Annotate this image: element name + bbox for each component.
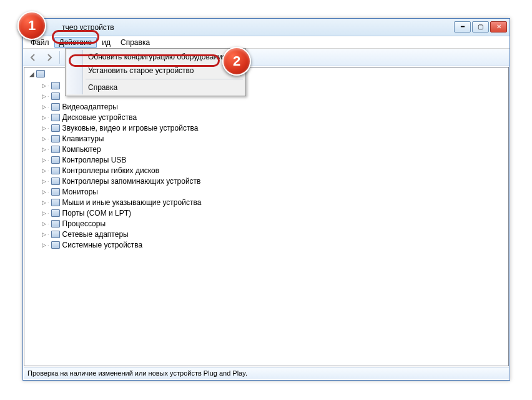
tree-node[interactable]: ▷·Процессоры bbox=[41, 218, 508, 229]
tree-children: ▷· ▷· ▷·Видеоадаптеры ▷·Дисковые устройс… bbox=[28, 80, 508, 250]
minimize-button[interactable]: ━ bbox=[454, 21, 471, 32]
tree-node[interactable]: ▷·Клавиатуры bbox=[41, 133, 508, 144]
titlebar[interactable]: тчер устройств ━ ▢ ✕ bbox=[23, 19, 510, 36]
menubar: Файл Действие ид Справка bbox=[23, 36, 510, 49]
collapse-icon[interactable]: ◢ bbox=[28, 71, 36, 78]
maximize-button[interactable]: ▢ bbox=[472, 21, 489, 32]
step-badge-2: 2 bbox=[222, 47, 251, 76]
window-title: тчер устройств bbox=[62, 23, 114, 32]
action-dropdown: Обновить конфигурацию оборудования Устан… bbox=[65, 48, 246, 96]
tree-panel: ◢ ▷· ▷· ▷·Видеоадаптеры ▷·Дисковые устро… bbox=[24, 67, 509, 366]
menu-help[interactable]: Справка bbox=[116, 37, 155, 48]
dropdown-item-scan[interactable]: Обновить конфигурацию оборудования bbox=[67, 50, 244, 64]
status-text: Проверка на наличие изменений или новых … bbox=[27, 369, 247, 377]
tree-node[interactable]: ▷·Мыши и иные указывающие устройства bbox=[41, 197, 508, 208]
step-badge-1: 1 bbox=[17, 11, 46, 40]
tree-node[interactable]: ▷·Видеоадаптеры bbox=[41, 101, 508, 112]
dropdown-item-help[interactable]: Справка bbox=[67, 81, 244, 94]
dropdown-separator bbox=[86, 79, 243, 79]
tree-node[interactable]: ▷·Контроллеры запоминающих устройств bbox=[41, 176, 508, 186]
forward-button[interactable] bbox=[42, 51, 57, 64]
close-button[interactable]: ✕ bbox=[490, 21, 507, 32]
tree-node[interactable]: ▷·Мониторы bbox=[41, 186, 508, 197]
tree-node[interactable]: ▷·Компьютер bbox=[41, 144, 508, 154]
tree-node[interactable]: ▷·Порты (COM и LPT) bbox=[41, 208, 508, 218]
menu-view[interactable]: ид bbox=[97, 37, 116, 48]
tree-node[interactable]: ▷·Контроллеры гибких дисков bbox=[41, 165, 508, 176]
tree-node[interactable]: ▷·Звуковые, видео и игровые устройства bbox=[41, 122, 508, 133]
dropdown-item-legacy[interactable]: Установить старое устройство bbox=[67, 64, 244, 78]
tree-node[interactable]: ▷·Системные устройства bbox=[41, 239, 508, 250]
tree-node[interactable]: ▷·Дисковые устройства bbox=[41, 112, 508, 122]
tree-node[interactable]: ▷·Сетевые адаптеры bbox=[41, 229, 508, 239]
computer-icon bbox=[36, 69, 46, 78]
statusbar: Проверка на наличие изменений или новых … bbox=[24, 367, 509, 379]
tree-node[interactable]: ▷·Контроллеры USB bbox=[41, 154, 508, 165]
window-controls: ━ ▢ ✕ bbox=[454, 21, 507, 32]
toolbar-separator bbox=[59, 51, 60, 64]
menu-action[interactable]: Действие bbox=[54, 37, 97, 48]
back-button[interactable] bbox=[26, 51, 41, 64]
